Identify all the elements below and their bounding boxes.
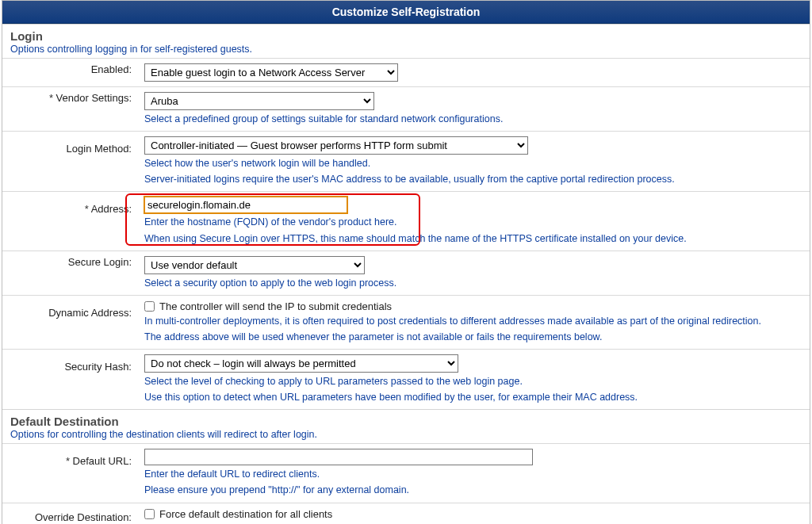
input-default-url[interactable] — [144, 449, 533, 465]
select-enabled[interactable]: Enable guest login to a Network Access S… — [144, 63, 398, 82]
select-hash[interactable]: Do not check – login will always be perm… — [144, 354, 458, 373]
label-enabled: Enabled: — [2, 59, 138, 87]
help-override: If selected, the client's default destin… — [144, 522, 803, 525]
dialog-title: Customize Self-Registration — [2, 1, 810, 24]
help-vendor: Select a predefined group of settings su… — [144, 112, 803, 126]
section-login: Login Options controlling logging in for… — [2, 24, 810, 409]
row-address: * Address: Enter the hostname (FQDN) of … — [2, 192, 810, 251]
help-address1: Enter the hostname (FQDN) of the vendor'… — [144, 215, 803, 229]
checkbox-override-label: Force default destination for all client… — [159, 508, 332, 520]
row-dynamic: Dynamic Address: The controller will sen… — [2, 295, 810, 349]
checkbox-override[interactable] — [144, 509, 155, 519]
select-secure[interactable]: Use vendor default — [144, 256, 365, 274]
row-secure: Secure Login: Use vendor default Select … — [2, 251, 810, 295]
help-secure: Select a security option to apply to the… — [144, 276, 803, 290]
row-override: Override Destination: Force default dest… — [2, 503, 810, 524]
row-default-url: * Default URL: Enter the default URL to … — [2, 444, 810, 503]
label-default-url: * Default URL: — [2, 444, 138, 503]
help-dynamic1: In multi-controller deployments, it is o… — [144, 314, 803, 328]
help-method2: Server-initiated logins require the user… — [144, 172, 803, 186]
dest-desc: Options for controlling the destination … — [10, 429, 802, 440]
label-override: Override Destination: — [2, 503, 138, 524]
row-hash: Security Hash: Do not check – login will… — [2, 350, 810, 410]
help-address2: When using Secure Login over HTTPS, this… — [144, 231, 803, 246]
select-vendor[interactable]: Aruba — [144, 92, 374, 110]
row-vendor: * Vendor Settings: Aruba Select a predef… — [2, 87, 810, 132]
checkbox-dynamic[interactable] — [144, 301, 155, 312]
checkbox-dynamic-label: The controller will send the IP to submi… — [159, 300, 392, 312]
dest-heading: Default Destination — [10, 415, 802, 428]
help-hash2: Use this option to detect when URL param… — [144, 390, 803, 404]
help-method1: Select how the user's network login will… — [144, 156, 803, 170]
help-dynamic2: The address above will be used whenever … — [144, 330, 803, 344]
login-heading: Login — [10, 29, 802, 43]
label-address: * Address: — [2, 192, 138, 251]
section-destination: Default Destination Options for controll… — [2, 409, 810, 524]
dialog-frame: Customize Self-Registration Login Option… — [2, 0, 810, 524]
help-url1: Enter the default URL to redirect client… — [144, 467, 803, 481]
input-address[interactable] — [144, 197, 347, 213]
help-url2: Please ensure you prepend "http://" for … — [144, 483, 803, 497]
row-enabled: Enabled: Enable guest login to a Network… — [2, 59, 810, 87]
label-hash: Security Hash: — [2, 350, 138, 410]
label-secure: Secure Login: — [2, 251, 138, 295]
select-method[interactable]: Controller-initiated — Guest browser per… — [144, 136, 528, 155]
label-vendor: * Vendor Settings: — [2, 87, 138, 132]
help-hash1: Select the level of checking to apply to… — [144, 374, 803, 388]
label-method: Login Method: — [2, 132, 138, 192]
label-dynamic: Dynamic Address: — [2, 295, 138, 349]
login-desc: Options controlling logging in for self-… — [10, 44, 802, 55]
row-method: Login Method: Controller-initiated — Gue… — [2, 132, 810, 192]
